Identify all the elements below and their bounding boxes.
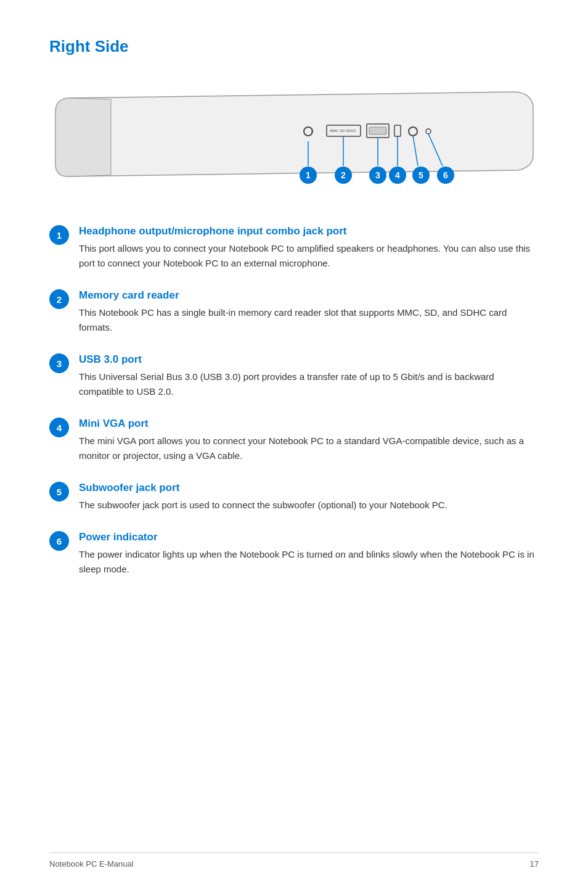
item-content-3: USB 3.0 port This Universal Serial Bus 3…	[79, 353, 539, 399]
svg-text:4: 4	[395, 170, 400, 180]
item-title-6: Power indicator	[79, 531, 539, 543]
item-desc-4: The mini VGA port allows you to connect …	[79, 434, 539, 463]
footer-page-number: 17	[530, 859, 539, 868]
page-title: Right Side	[49, 37, 539, 56]
item-number-3: 3	[49, 353, 69, 373]
svg-text:3: 3	[375, 170, 380, 180]
item-title-2: Memory card reader	[79, 289, 539, 302]
item-desc-1: This port allows you to connect your Not…	[79, 241, 539, 271]
svg-text:1: 1	[306, 170, 311, 180]
item-title-4: Mini VGA port	[79, 418, 539, 430]
item-content-1: Headphone output/microphone input combo …	[79, 225, 539, 271]
footer-left-text: Notebook PC E-Manual	[49, 859, 134, 868]
item-number-6: 6	[49, 531, 69, 551]
item-content-4: Mini VGA port The mini VGA port allows y…	[79, 418, 539, 463]
item-number-4: 4	[49, 418, 69, 437]
item-content-5: Subwoofer jack port The subwoofer jack p…	[79, 482, 539, 513]
item-row-4: 4 Mini VGA port The mini VGA port allows…	[49, 418, 539, 463]
item-desc-6: The power indicator lights up when the N…	[79, 547, 539, 577]
item-number-2: 2	[49, 289, 69, 309]
item-row-2: 2 Memory card reader This Notebook PC ha…	[49, 289, 539, 335]
item-desc-5: The subwoofer jack port is used to conne…	[79, 498, 539, 513]
item-desc-3: This Universal Serial Bus 3.0 (USB 3.0) …	[79, 369, 539, 399]
item-desc-2: This Notebook PC has a single built-in m…	[79, 305, 539, 335]
svg-text:MMC SD SDHC: MMC SD SDHC	[330, 129, 357, 133]
item-title-5: Subwoofer jack port	[79, 482, 539, 494]
item-title-3: USB 3.0 port	[79, 353, 539, 366]
item-number-5: 5	[49, 482, 69, 501]
item-content-6: Power indicator The power indicator ligh…	[79, 531, 539, 577]
svg-text:6: 6	[443, 170, 448, 180]
svg-rect-5	[369, 127, 386, 134]
laptop-diagram: ↑ MMC SD SDHC 1 2 3	[49, 75, 539, 200]
item-number-1: 1	[49, 225, 69, 245]
item-row-3: 3 USB 3.0 port This Universal Serial Bus…	[49, 353, 539, 399]
item-row-6: 6 Power indicator The power indicator li…	[49, 531, 539, 577]
svg-text:5: 5	[419, 170, 423, 180]
item-row-1: 1 Headphone output/microphone input comb…	[49, 225, 539, 271]
item-title-1: Headphone output/microphone input combo …	[79, 225, 539, 237]
item-content-2: Memory card reader This Notebook PC has …	[79, 289, 539, 335]
svg-text:↑: ↑	[310, 130, 312, 135]
items-list: 1 Headphone output/microphone input comb…	[49, 225, 539, 577]
page-footer: Notebook PC E-Manual 17	[49, 852, 539, 868]
svg-text:2: 2	[341, 170, 346, 180]
item-row-5: 5 Subwoofer jack port The subwoofer jack…	[49, 482, 539, 513]
